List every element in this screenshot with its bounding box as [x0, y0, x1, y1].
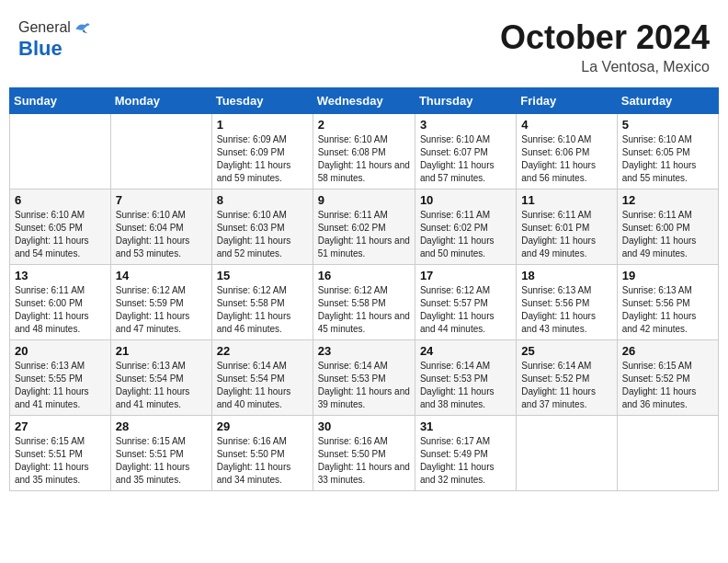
calendar-cell: 21Sunrise: 6:13 AM Sunset: 5:54 PM Dayli… [110, 340, 211, 416]
logo-blue-text: Blue [18, 37, 63, 61]
day-number: 21 [116, 344, 207, 358]
day-info: Sunrise: 6:12 AM Sunset: 5:57 PM Dayligh… [420, 284, 511, 336]
logo: General Blue [18, 18, 91, 61]
calendar-cell: 18Sunrise: 6:13 AM Sunset: 5:56 PM Dayli… [517, 265, 617, 340]
calendar-cell [10, 114, 111, 190]
day-number: 4 [521, 118, 611, 132]
calendar-week-1: 1Sunrise: 6:09 AM Sunset: 6:09 PM Daylig… [10, 114, 719, 190]
day-number: 12 [622, 193, 713, 207]
day-info: Sunrise: 6:10 AM Sunset: 6:07 PM Dayligh… [420, 133, 511, 185]
day-number: 25 [521, 344, 611, 358]
day-info: Sunrise: 6:11 AM Sunset: 6:02 PM Dayligh… [318, 209, 410, 260]
day-number: 8 [217, 193, 308, 207]
day-info: Sunrise: 6:16 AM Sunset: 5:50 PM Dayligh… [318, 435, 410, 487]
day-info: Sunrise: 6:11 AM Sunset: 6:02 PM Dayligh… [420, 209, 511, 260]
day-number: 6 [15, 193, 106, 207]
day-number: 16 [318, 269, 410, 282]
day-number: 18 [521, 269, 611, 282]
day-info: Sunrise: 6:14 AM Sunset: 5:52 PM Dayligh… [521, 360, 611, 411]
calendar-cell: 8Sunrise: 6:10 AM Sunset: 6:03 PM Daylig… [211, 190, 313, 265]
day-info: Sunrise: 6:12 AM Sunset: 5:58 PM Dayligh… [217, 284, 308, 336]
logo-bird-icon [73, 18, 91, 37]
calendar-cell: 5Sunrise: 6:10 AM Sunset: 6:05 PM Daylig… [617, 114, 718, 190]
day-number: 11 [521, 193, 611, 207]
calendar-cell: 19Sunrise: 6:13 AM Sunset: 5:56 PM Dayli… [617, 265, 718, 340]
logo-general-text: General [18, 19, 71, 36]
calendar-cell: 15Sunrise: 6:12 AM Sunset: 5:58 PM Dayli… [211, 265, 313, 340]
calendar-cell [517, 416, 617, 491]
calendar-cell: 12Sunrise: 6:11 AM Sunset: 6:00 PM Dayli… [617, 190, 718, 265]
calendar-cell: 7Sunrise: 6:10 AM Sunset: 6:04 PM Daylig… [110, 190, 211, 265]
day-number: 24 [420, 344, 511, 358]
day-number: 31 [420, 419, 511, 433]
day-number: 15 [217, 269, 308, 282]
calendar-cell: 17Sunrise: 6:12 AM Sunset: 5:57 PM Dayli… [415, 265, 516, 340]
day-number: 13 [15, 269, 106, 282]
calendar-cell: 31Sunrise: 6:17 AM Sunset: 5:49 PM Dayli… [415, 416, 516, 491]
weekday-header-saturday: Saturday [617, 88, 718, 114]
title-section: October 2024 La Ventosa, Mexico [500, 18, 710, 75]
calendar-cell: 24Sunrise: 6:14 AM Sunset: 5:53 PM Dayli… [415, 340, 516, 416]
day-number: 26 [622, 344, 713, 358]
day-info: Sunrise: 6:10 AM Sunset: 6:08 PM Dayligh… [318, 133, 410, 185]
weekday-header-row: SundayMondayTuesdayWednesdayThursdayFrid… [10, 88, 719, 114]
calendar-cell: 3Sunrise: 6:10 AM Sunset: 6:07 PM Daylig… [415, 114, 516, 190]
day-info: Sunrise: 6:10 AM Sunset: 6:06 PM Dayligh… [521, 133, 611, 185]
day-number: 9 [318, 193, 410, 207]
day-number: 17 [420, 269, 511, 282]
calendar-week-2: 6Sunrise: 6:10 AM Sunset: 6:05 PM Daylig… [10, 190, 719, 265]
day-info: Sunrise: 6:10 AM Sunset: 6:04 PM Dayligh… [116, 209, 207, 260]
day-info: Sunrise: 6:10 AM Sunset: 6:05 PM Dayligh… [622, 133, 713, 185]
calendar-cell: 20Sunrise: 6:13 AM Sunset: 5:55 PM Dayli… [10, 340, 111, 416]
day-info: Sunrise: 6:11 AM Sunset: 6:00 PM Dayligh… [622, 209, 713, 260]
calendar-cell: 29Sunrise: 6:16 AM Sunset: 5:50 PM Dayli… [211, 416, 313, 491]
day-number: 28 [116, 419, 207, 433]
day-info: Sunrise: 6:15 AM Sunset: 5:52 PM Dayligh… [622, 360, 713, 411]
day-number: 30 [318, 419, 410, 433]
weekday-header-sunday: Sunday [10, 88, 111, 114]
day-number: 29 [217, 419, 308, 433]
calendar-cell: 22Sunrise: 6:14 AM Sunset: 5:54 PM Dayli… [211, 340, 313, 416]
calendar-cell: 1Sunrise: 6:09 AM Sunset: 6:09 PM Daylig… [211, 114, 313, 190]
calendar-cell: 27Sunrise: 6:15 AM Sunset: 5:51 PM Dayli… [10, 416, 111, 491]
day-number: 2 [318, 118, 410, 132]
calendar-cell: 9Sunrise: 6:11 AM Sunset: 6:02 PM Daylig… [313, 190, 415, 265]
calendar-cell: 4Sunrise: 6:10 AM Sunset: 6:06 PM Daylig… [517, 114, 617, 190]
calendar-table: SundayMondayTuesdayWednesdayThursdayFrid… [9, 87, 719, 491]
day-info: Sunrise: 6:15 AM Sunset: 5:51 PM Dayligh… [15, 435, 106, 487]
day-info: Sunrise: 6:10 AM Sunset: 6:03 PM Dayligh… [217, 209, 308, 260]
day-number: 23 [318, 344, 410, 358]
day-info: Sunrise: 6:12 AM Sunset: 5:58 PM Dayligh… [318, 284, 410, 336]
day-number: 3 [420, 118, 511, 132]
calendar-cell: 26Sunrise: 6:15 AM Sunset: 5:52 PM Dayli… [617, 340, 718, 416]
calendar-cell: 16Sunrise: 6:12 AM Sunset: 5:58 PM Dayli… [313, 265, 415, 340]
day-info: Sunrise: 6:13 AM Sunset: 5:55 PM Dayligh… [15, 360, 106, 411]
day-number: 1 [217, 118, 308, 132]
month-title: October 2024 [500, 18, 710, 57]
calendar-cell: 2Sunrise: 6:10 AM Sunset: 6:08 PM Daylig… [313, 114, 415, 190]
calendar-cell: 25Sunrise: 6:14 AM Sunset: 5:52 PM Dayli… [517, 340, 617, 416]
day-info: Sunrise: 6:14 AM Sunset: 5:53 PM Dayligh… [420, 360, 511, 411]
calendar-cell: 13Sunrise: 6:11 AM Sunset: 6:00 PM Dayli… [10, 265, 111, 340]
day-number: 22 [217, 344, 308, 358]
day-number: 20 [15, 344, 106, 358]
calendar-cell: 23Sunrise: 6:14 AM Sunset: 5:53 PM Dayli… [313, 340, 415, 416]
day-info: Sunrise: 6:14 AM Sunset: 5:53 PM Dayligh… [318, 360, 410, 411]
calendar-cell: 11Sunrise: 6:11 AM Sunset: 6:01 PM Dayli… [517, 190, 617, 265]
day-info: Sunrise: 6:13 AM Sunset: 5:54 PM Dayligh… [116, 360, 207, 411]
day-number: 27 [15, 419, 106, 433]
day-info: Sunrise: 6:13 AM Sunset: 5:56 PM Dayligh… [622, 284, 713, 336]
day-info: Sunrise: 6:15 AM Sunset: 5:51 PM Dayligh… [116, 435, 207, 487]
calendar-cell: 10Sunrise: 6:11 AM Sunset: 6:02 PM Dayli… [415, 190, 516, 265]
day-info: Sunrise: 6:12 AM Sunset: 5:59 PM Dayligh… [116, 284, 207, 336]
day-number: 14 [116, 269, 207, 282]
calendar-cell: 28Sunrise: 6:15 AM Sunset: 5:51 PM Dayli… [110, 416, 211, 491]
page-header: General Blue October 2024 La Ventosa, Me… [9, 9, 719, 80]
day-number: 7 [116, 193, 207, 207]
day-number: 19 [622, 269, 713, 282]
weekday-header-thursday: Thursday [415, 88, 516, 114]
weekday-header-monday: Monday [110, 88, 211, 114]
day-info: Sunrise: 6:13 AM Sunset: 5:56 PM Dayligh… [521, 284, 611, 336]
day-number: 5 [622, 118, 713, 132]
day-info: Sunrise: 6:10 AM Sunset: 6:05 PM Dayligh… [15, 209, 106, 260]
